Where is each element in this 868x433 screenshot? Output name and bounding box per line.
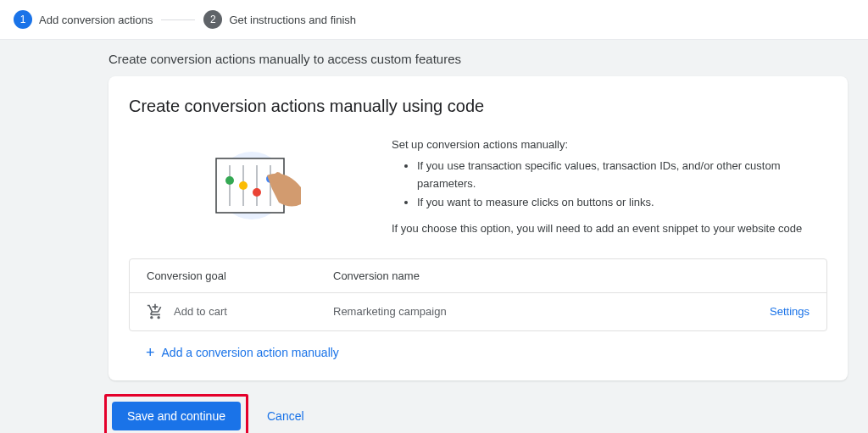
goal-value: Add to cart: [174, 305, 227, 318]
svg-point-6: [225, 176, 234, 185]
intro-lead: Set up conversion actions manually:: [392, 136, 827, 154]
table-row: Add to cart Remarketing campaign Setting…: [130, 293, 826, 330]
page-subtitle: Create conversion actions manually to ac…: [0, 52, 868, 76]
page-body: Create conversion actions manually to ac…: [0, 40, 868, 433]
add-action-label: Add a conversion action manually: [162, 346, 339, 359]
highlight-annotation: Save and continue: [104, 394, 248, 433]
illustration: [129, 136, 358, 235]
step-number-inactive: 2: [203, 10, 222, 29]
main-card: Create conversion actions manually using…: [108, 76, 848, 380]
step-label: Add conversion actions: [39, 14, 153, 26]
intro-row: Set up conversion actions manually: If y…: [129, 136, 827, 238]
step-number-active: 1: [14, 10, 32, 29]
add-conversion-action-button[interactable]: + Add a conversion action manually: [129, 331, 827, 364]
name-value: Remarketing campaign: [333, 305, 725, 318]
intro-text: Set up conversion actions manually: If y…: [392, 136, 827, 238]
plus-icon: +: [146, 345, 155, 360]
cancel-link[interactable]: Cancel: [267, 409, 304, 423]
intro-bullet: If you use transaction specific values, …: [417, 158, 827, 193]
sliders-illustration-icon: [201, 143, 320, 228]
step-1[interactable]: 1 Add conversion actions: [14, 10, 153, 29]
svg-point-8: [253, 188, 261, 197]
footer-bar: Save and continue Cancel: [104, 394, 868, 433]
stepper: 1 Add conversion actions 2 Get instructi…: [0, 0, 868, 40]
save-and-continue-button[interactable]: Save and continue: [112, 402, 241, 430]
col-name: Conversion name: [333, 269, 725, 282]
card-title: Create conversion actions manually using…: [129, 97, 827, 116]
col-goal: Conversion goal: [147, 269, 333, 282]
table-header: Conversion goal Conversion name: [130, 259, 826, 293]
intro-bullet: If you want to measure clicks on buttons…: [417, 194, 827, 212]
intro-note: If you choose this option, you will need…: [392, 220, 827, 238]
step-divider: [161, 19, 195, 20]
step-label: Get instructions and finish: [229, 14, 356, 26]
conversion-table: Conversion goal Conversion name Add to c…: [129, 258, 827, 331]
add-to-cart-icon: [147, 303, 164, 320]
svg-point-7: [239, 181, 248, 190]
settings-link[interactable]: Settings: [725, 305, 810, 318]
step-2[interactable]: 2 Get instructions and finish: [203, 10, 356, 29]
